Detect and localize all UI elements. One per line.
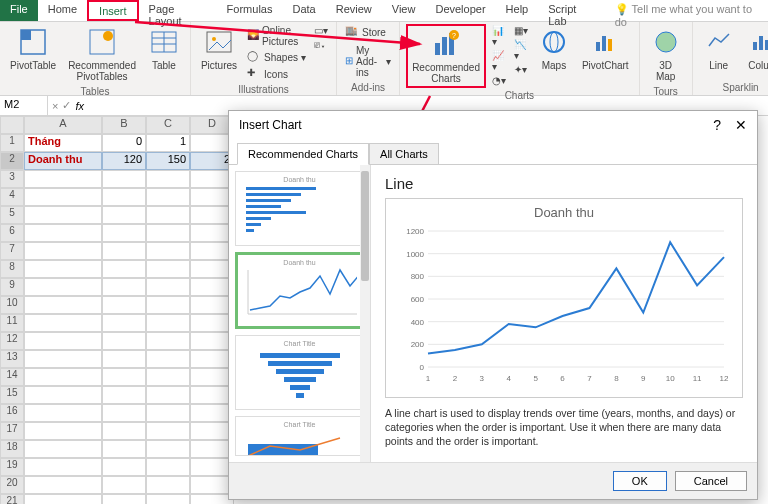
row-header[interactable]: 10 bbox=[0, 296, 24, 314]
cell[interactable] bbox=[24, 314, 102, 332]
cell[interactable] bbox=[102, 476, 146, 494]
thumbs-scrollbar[interactable] bbox=[360, 165, 370, 462]
cell[interactable] bbox=[146, 476, 190, 494]
cell[interactable] bbox=[102, 170, 146, 188]
row-header[interactable]: 11 bbox=[0, 314, 24, 332]
cell[interactable] bbox=[24, 422, 102, 440]
cell[interactable]: Doanh thu bbox=[24, 152, 102, 170]
tab-script-lab[interactable]: Script Lab bbox=[538, 0, 605, 21]
tab-all-charts[interactable]: All Charts bbox=[369, 143, 439, 165]
sparkline-line-button[interactable]: Line bbox=[699, 24, 739, 73]
row-header[interactable]: 2 bbox=[0, 152, 24, 170]
row-header[interactable]: 19 bbox=[0, 458, 24, 476]
cell[interactable] bbox=[146, 368, 190, 386]
row-header[interactable]: 1 bbox=[0, 134, 24, 152]
cell[interactable] bbox=[146, 314, 190, 332]
col-header-a[interactable]: A bbox=[24, 116, 102, 134]
tab-data[interactable]: Data bbox=[282, 0, 325, 21]
tab-formulas[interactable]: Formulas bbox=[217, 0, 283, 21]
row-header[interactable]: 3 bbox=[0, 170, 24, 188]
cell[interactable] bbox=[146, 260, 190, 278]
thumb-funnel-chart[interactable]: Chart Title bbox=[235, 335, 364, 410]
dialog-close-button[interactable]: ✕ bbox=[735, 117, 747, 133]
cell[interactable] bbox=[24, 404, 102, 422]
tab-view[interactable]: View bbox=[382, 0, 426, 21]
cell[interactable] bbox=[102, 404, 146, 422]
thumb-combo-chart[interactable]: Chart Title bbox=[235, 416, 364, 456]
select-all-corner[interactable] bbox=[0, 116, 24, 134]
sparkline-column-button[interactable]: Colum bbox=[743, 24, 768, 73]
row-header[interactable]: 21 bbox=[0, 494, 24, 504]
row-header[interactable]: 7 bbox=[0, 242, 24, 260]
store-button[interactable]: 🏬Store bbox=[343, 24, 393, 40]
dialog-help-button[interactable]: ? bbox=[713, 117, 721, 133]
cell[interactable] bbox=[146, 440, 190, 458]
cell[interactable] bbox=[102, 314, 146, 332]
screenshot-button[interactable]: ⎚▾ bbox=[312, 38, 330, 51]
cell[interactable]: 120 bbox=[102, 152, 146, 170]
cell[interactable] bbox=[24, 386, 102, 404]
cell[interactable] bbox=[24, 332, 102, 350]
cell[interactable] bbox=[24, 242, 102, 260]
tab-help[interactable]: Help bbox=[496, 0, 539, 21]
chart-line-button[interactable]: 📈▾ bbox=[490, 49, 508, 73]
cell[interactable]: 1 bbox=[146, 134, 190, 152]
ok-button[interactable]: OK bbox=[613, 471, 667, 491]
thumb-line-chart[interactable]: Doanh thu bbox=[235, 252, 364, 329]
cell[interactable] bbox=[102, 422, 146, 440]
cell[interactable] bbox=[146, 494, 190, 504]
row-header[interactable]: 12 bbox=[0, 332, 24, 350]
recommended-pivot-button[interactable]: Recommended PivotTables bbox=[64, 24, 140, 84]
col-header-b[interactable]: B bbox=[102, 116, 146, 134]
row-header[interactable]: 8 bbox=[0, 260, 24, 278]
cell[interactable] bbox=[24, 350, 102, 368]
shapes-button[interactable]: ◯Shapes ▾ bbox=[245, 49, 308, 65]
cell[interactable] bbox=[24, 188, 102, 206]
cell[interactable] bbox=[102, 260, 146, 278]
formula-input[interactable]: ×✓fx bbox=[48, 96, 88, 115]
cell[interactable]: 150 bbox=[146, 152, 190, 170]
cell[interactable] bbox=[24, 476, 102, 494]
cell[interactable] bbox=[146, 170, 190, 188]
row-header[interactable]: 13 bbox=[0, 350, 24, 368]
cell[interactable] bbox=[24, 224, 102, 242]
cell[interactable] bbox=[102, 188, 146, 206]
row-header[interactable]: 16 bbox=[0, 404, 24, 422]
recommended-charts-button[interactable]: ? Recommended Charts bbox=[406, 24, 486, 88]
cancel-button[interactable]: Cancel bbox=[675, 471, 747, 491]
chart-column-button[interactable]: 📊▾ bbox=[490, 24, 508, 48]
tell-me-search[interactable]: 💡 Tell me what you want to do bbox=[605, 0, 768, 21]
preview-chart[interactable]: Doanh thu 020040060080010001200123456789… bbox=[385, 198, 743, 398]
pivot-table-button[interactable]: PivotTable bbox=[6, 24, 60, 73]
cell[interactable] bbox=[102, 386, 146, 404]
tab-recommended-charts[interactable]: Recommended Charts bbox=[237, 143, 369, 165]
cell[interactable] bbox=[146, 224, 190, 242]
3d-map-button[interactable]: 3D Map bbox=[646, 24, 686, 84]
chart-radar-button[interactable]: ✦▾ bbox=[512, 63, 530, 76]
cell[interactable] bbox=[102, 350, 146, 368]
chart-treemap-button[interactable]: ▦▾ bbox=[512, 24, 530, 37]
cell[interactable] bbox=[24, 296, 102, 314]
pictures-button[interactable]: Pictures bbox=[197, 24, 241, 73]
row-header[interactable]: 18 bbox=[0, 440, 24, 458]
row-header[interactable]: 4 bbox=[0, 188, 24, 206]
tab-developer[interactable]: Developer bbox=[425, 0, 495, 21]
cell[interactable] bbox=[146, 188, 190, 206]
row-header[interactable]: 5 bbox=[0, 206, 24, 224]
cell[interactable] bbox=[146, 242, 190, 260]
cell[interactable] bbox=[102, 296, 146, 314]
cell[interactable] bbox=[146, 404, 190, 422]
thumb-bar-chart[interactable]: Doanh thu bbox=[235, 171, 364, 246]
tab-file[interactable]: File bbox=[0, 0, 38, 21]
icons-button[interactable]: ✚Icons bbox=[245, 66, 308, 82]
cell[interactable] bbox=[102, 224, 146, 242]
tab-review[interactable]: Review bbox=[326, 0, 382, 21]
cell[interactable] bbox=[102, 278, 146, 296]
cell[interactable] bbox=[146, 458, 190, 476]
cell[interactable] bbox=[146, 350, 190, 368]
cell[interactable] bbox=[24, 170, 102, 188]
row-header[interactable]: 15 bbox=[0, 386, 24, 404]
pivot-chart-button[interactable]: PivotChart bbox=[578, 24, 633, 73]
row-header[interactable]: 14 bbox=[0, 368, 24, 386]
online-pictures-button[interactable]: 🌄Online Pictures bbox=[245, 24, 308, 48]
